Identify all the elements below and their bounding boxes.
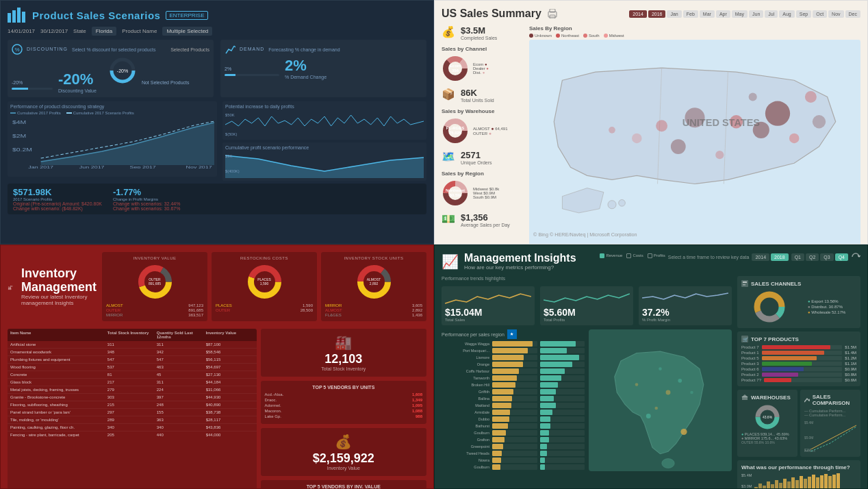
svg-text:Jan 2017: Jan 2017 (28, 164, 53, 168)
demand-sub: % Demand Change (285, 75, 327, 79)
region-donut-center: Northeast$0.5M (446, 188, 465, 197)
costs-checkbox[interactable] (626, 253, 631, 258)
table-cell: 311 (107, 342, 155, 347)
svg-point-59 (10, 288, 11, 289)
product-name: Product 2 (741, 373, 759, 377)
region-bar-track (492, 430, 537, 436)
table-cell: 463 (157, 365, 205, 369)
vendor-name: Adormel. (265, 403, 281, 408)
sales-comparison-title: SALES COMPARISON (804, 394, 856, 406)
refresh-icon[interactable] (851, 252, 860, 262)
q3-btn[interactable]: Q3 (820, 253, 833, 261)
table-cell: $87,100 (206, 342, 254, 347)
svg-rect-99 (767, 481, 770, 489)
discounting-value: -20% (58, 71, 97, 88)
nav-aug[interactable]: Aug (779, 10, 794, 18)
comparison-chart: $5.4M $5.0M $1M Feb 2016 (804, 418, 856, 453)
stat2-change: Change with scenarios: 30.67% (113, 206, 180, 211)
product-bar-track (762, 345, 843, 349)
state-label: State (73, 28, 86, 34)
state-select[interactable]: Florida (92, 27, 116, 36)
restock-title: RESTOCKING COSTS (216, 256, 313, 260)
q3-top: InventoryManagement Review our latest In… (8, 252, 426, 325)
kpi-orders: 🗺️ 2571 Unique Orders (442, 150, 524, 165)
region-bar-label: Tweed Heads (442, 451, 489, 455)
region-bar-label: Nowra (442, 458, 489, 462)
nav-2014[interactable]: 2014 (629, 10, 647, 18)
product-select[interactable]: Multiple Selected (162, 27, 212, 36)
revenue-checkbox[interactable] (600, 253, 604, 258)
print-icon[interactable] (547, 9, 558, 18)
nav-apr[interactable]: Apr (716, 10, 730, 18)
kpi-sales-value: $3.5M (461, 25, 524, 36)
kpi-units-value: 86K (461, 88, 524, 98)
perf-values: $5.4M $3.0M (741, 473, 752, 488)
table-cell: Painting, caulking, glazing, floor ch. (10, 425, 106, 429)
nav-feb[interactable]: Feb (683, 10, 698, 18)
kpi-avg-info: $1,356 Average Sales per Day (461, 212, 524, 227)
bar-teal (540, 348, 567, 353)
table-cell: 215 (107, 403, 155, 407)
product-name: Product 1 (741, 351, 759, 355)
table-cell: 205 (107, 433, 155, 437)
region-bar-teal-track (540, 464, 585, 470)
nav-may[interactable]: May (732, 10, 748, 18)
kpi-avg-label: Average Sales per Day (461, 223, 524, 227)
nav-mar[interactable]: Mar (700, 10, 715, 18)
region-bar-track (492, 457, 537, 463)
nav-jul[interactable]: Jul (765, 10, 778, 18)
profits-checkbox[interactable] (648, 253, 652, 258)
demand-label: DEMAND (240, 47, 264, 51)
nav-oct[interactable]: Oct (813, 10, 827, 18)
nav-jan[interactable]: Jan (667, 10, 681, 18)
svg-point-45 (632, 134, 642, 144)
product-value: $0.9M (845, 367, 856, 371)
product-bar-track (762, 367, 843, 371)
bar-gold (492, 403, 511, 408)
margin-sparkline (642, 290, 728, 307)
region-bar-row: Orange (442, 362, 585, 367)
year-2014[interactable]: 2014 (752, 253, 769, 261)
th-item-name: Item Name (10, 331, 106, 339)
region-bar-row: Goulburn (442, 430, 585, 436)
bar-gold (492, 341, 533, 347)
svg-point-79 (690, 391, 693, 394)
table-cell: Granite - Brookstone-concrete (10, 395, 106, 399)
product-name: Product 6 (741, 367, 759, 371)
svg-text:$2M: $2M (12, 134, 26, 139)
svg-text:🛒: 🛒 (743, 336, 748, 342)
table-row: Wood flooring537463$54,697 (8, 364, 257, 371)
costs-label: Costs (633, 253, 643, 258)
selected-products-label: Selected Products (170, 47, 209, 52)
q4-region-bars: Wagga Wagga Port Macquari... Lismore (442, 341, 585, 471)
table-cell: $56,115 (206, 358, 254, 362)
nav-2016[interactable]: 2016 (648, 10, 666, 18)
warehouse-donut-row: FL-RGES75,025 ALMOST ● 64,491 OUTER ● (442, 117, 524, 145)
inv-value-stat: 💰 $2,159,922 Inventory Value (261, 428, 426, 476)
nav-nov[interactable]: Nov (828, 10, 843, 18)
nav-dec[interactable]: Dec (845, 10, 860, 18)
restock-card: RESTOCKING COSTS PLACES1,590 PLACES1,590 (212, 252, 317, 321)
total-stock-stat: 🏭 12,103 Total Stock Inventory (261, 329, 426, 377)
q1-btn[interactable]: Q1 (791, 253, 804, 261)
svg-point-36 (765, 101, 790, 126)
table-row: Plumbing fixtures and equipment547547$56… (8, 356, 257, 364)
svg-point-41 (789, 134, 800, 144)
product-name: Product 5 (741, 356, 759, 360)
svg-text:UNITED STATES: UNITED STATES (682, 117, 760, 128)
not-selected-label: Not Selected Products (142, 80, 190, 85)
region-bar-row: Tweed Heads (442, 451, 585, 456)
q2-btn[interactable]: Q2 (806, 253, 819, 261)
nav-jun[interactable]: Jun (749, 10, 763, 18)
region-bar-track (492, 464, 537, 470)
table-cell: 224 (157, 388, 205, 392)
svg-text:Sep 2017: Sep 2017 (130, 164, 156, 168)
products-icon: 🛒 (741, 336, 748, 342)
q1-charts-row: Performance of product discounting strat… (8, 101, 426, 181)
q4-btn[interactable]: Q4 (835, 253, 848, 261)
region-bar-row: Broken Hill (442, 382, 585, 388)
label-outer2: OUTER28,500 (216, 308, 313, 312)
svg-point-75 (678, 379, 682, 383)
year-2018[interactable]: 2018 (771, 253, 789, 261)
nav-sep[interactable]: Sep (796, 10, 811, 18)
